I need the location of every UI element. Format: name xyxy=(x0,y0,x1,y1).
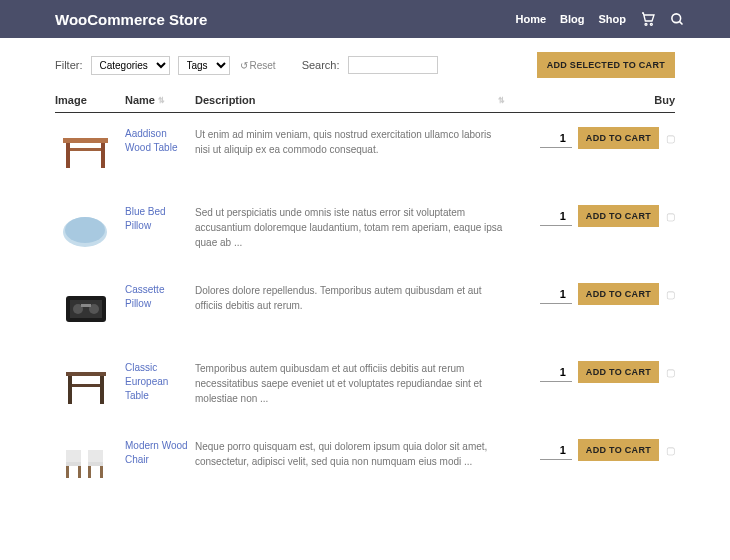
table-row: Aaddison Wood Table Ut enim ad minim ven… xyxy=(55,113,675,191)
svg-rect-16 xyxy=(68,376,72,404)
svg-point-2 xyxy=(672,13,681,22)
buy-cell: ADD TO CART ▢ xyxy=(515,205,675,227)
svg-line-3 xyxy=(679,21,682,24)
table-row: Classic European Table Temporibus autem … xyxy=(55,347,675,425)
cart-icon[interactable] xyxy=(640,11,656,27)
filter-label: Filter: xyxy=(55,59,83,71)
svg-rect-14 xyxy=(81,304,91,307)
quantity-input[interactable] xyxy=(540,206,572,226)
sort-icon: ⇅ xyxy=(498,96,505,105)
th-description[interactable]: Description ⇅ xyxy=(195,94,515,106)
svg-point-0 xyxy=(645,23,647,25)
nav: Home Blog Shop xyxy=(515,11,685,27)
svg-rect-6 xyxy=(101,143,105,168)
product-description: Dolores dolore repellendus. Temporibus a… xyxy=(195,283,515,313)
search-label: Search: xyxy=(302,59,340,71)
add-to-cart-button[interactable]: ADD TO CART xyxy=(578,205,659,227)
nav-home[interactable]: Home xyxy=(515,13,546,25)
product-description: Sed ut perspiciatis unde omnis iste natu… xyxy=(195,205,515,250)
wishlist-icon[interactable]: ▢ xyxy=(665,367,675,378)
search-icon[interactable] xyxy=(670,12,685,27)
quantity-input[interactable] xyxy=(540,440,572,460)
wishlist-icon[interactable]: ▢ xyxy=(665,445,675,456)
product-link[interactable]: Aaddison Wood Table xyxy=(125,128,177,153)
reset-button[interactable]: ↺ Reset xyxy=(240,60,276,71)
product-link[interactable]: Modern Wood Chair xyxy=(125,440,188,465)
table-row: Cassette Pillow Dolores dolore repellend… xyxy=(55,269,675,347)
search-input[interactable] xyxy=(348,56,438,74)
header: WooCommerce Store Home Blog Shop xyxy=(0,0,730,38)
svg-rect-26 xyxy=(88,450,103,462)
product-image[interactable] xyxy=(55,205,125,255)
product-name: Cassette Pillow xyxy=(125,283,195,311)
sort-icon: ⇅ xyxy=(158,96,165,105)
brand-title: WooCommerce Store xyxy=(55,11,207,28)
svg-rect-15 xyxy=(66,372,106,376)
table-row: Modern Wood Chair Neque porro quisquam e… xyxy=(55,425,675,503)
product-image[interactable] xyxy=(55,361,125,411)
product-name: Blue Bed Pillow xyxy=(125,205,195,233)
svg-point-1 xyxy=(650,23,652,25)
table-header: Image Name ⇅ Description ⇅ Buy xyxy=(55,88,675,113)
svg-rect-21 xyxy=(66,462,81,466)
add-to-cart-button[interactable]: ADD TO CART xyxy=(578,439,659,461)
add-to-cart-button[interactable]: ADD TO CART xyxy=(578,283,659,305)
buy-cell: ADD TO CART ▢ xyxy=(515,127,675,149)
th-image: Image xyxy=(55,94,125,106)
svg-rect-7 xyxy=(70,148,101,151)
product-link[interactable]: Blue Bed Pillow xyxy=(125,206,166,231)
wishlist-icon[interactable]: ▢ xyxy=(665,133,675,144)
product-image[interactable] xyxy=(55,439,125,489)
th-name[interactable]: Name ⇅ xyxy=(125,94,195,106)
tags-select[interactable]: Tags xyxy=(178,56,230,75)
product-name: Modern Wood Chair xyxy=(125,439,195,467)
table-row: Blue Bed Pillow Sed ut perspiciatis unde… xyxy=(55,191,675,269)
quantity-input[interactable] xyxy=(540,284,572,304)
product-link[interactable]: Classic European Table xyxy=(125,362,168,401)
product-description: Ut enim ad minim veniam, quis nostrud ex… xyxy=(195,127,515,157)
product-table: Image Name ⇅ Description ⇅ Buy Aaddison … xyxy=(0,88,730,503)
svg-rect-17 xyxy=(100,376,104,404)
th-buy: Buy xyxy=(515,94,675,106)
svg-rect-25 xyxy=(88,462,103,466)
buy-cell: ADD TO CART ▢ xyxy=(515,361,675,383)
product-description: Temporibus autem quibusdam et aut offici… xyxy=(195,361,515,406)
nav-blog[interactable]: Blog xyxy=(560,13,584,25)
svg-rect-18 xyxy=(72,384,100,387)
product-image[interactable] xyxy=(55,283,125,333)
quantity-input[interactable] xyxy=(540,362,572,382)
wishlist-icon[interactable]: ▢ xyxy=(665,211,675,222)
undo-icon: ↺ xyxy=(240,60,248,71)
svg-rect-5 xyxy=(66,143,70,168)
toolbar: Filter: Categories Tags ↺ Reset Search: … xyxy=(0,38,730,88)
quantity-input[interactable] xyxy=(540,128,572,148)
product-name: Aaddison Wood Table xyxy=(125,127,195,155)
svg-point-9 xyxy=(65,217,105,243)
add-to-cart-button[interactable]: ADD TO CART xyxy=(578,127,659,149)
categories-select[interactable]: Categories xyxy=(91,56,170,75)
product-description: Neque porro quisquam est, qui dolorem ip… xyxy=(195,439,515,469)
product-link[interactable]: Cassette Pillow xyxy=(125,284,164,309)
product-name: Classic European Table xyxy=(125,361,195,403)
add-selected-to-cart-button[interactable]: ADD SELECTED TO CART xyxy=(537,52,675,78)
svg-rect-4 xyxy=(63,138,108,143)
product-image[interactable] xyxy=(55,127,125,177)
add-to-cart-button[interactable]: ADD TO CART xyxy=(578,361,659,383)
nav-shop[interactable]: Shop xyxy=(599,13,627,25)
buy-cell: ADD TO CART ▢ xyxy=(515,439,675,461)
svg-rect-22 xyxy=(66,450,81,462)
wishlist-icon[interactable]: ▢ xyxy=(665,289,675,300)
buy-cell: ADD TO CART ▢ xyxy=(515,283,675,305)
